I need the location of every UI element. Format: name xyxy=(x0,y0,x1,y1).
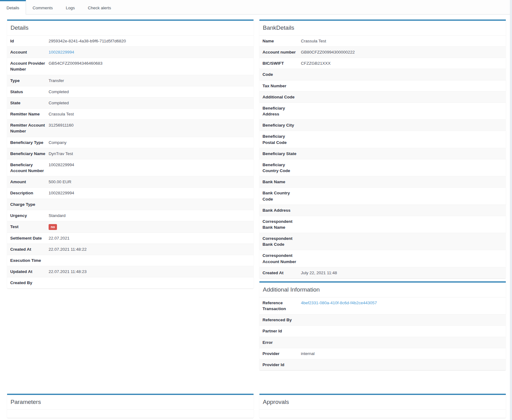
value-created-by xyxy=(49,280,250,286)
row-beneficiary-city: Beneficiary City xyxy=(259,119,506,131)
value-created-at: July 22, 2021 11:48 xyxy=(301,270,503,276)
value-name: Crassula Test xyxy=(301,38,503,44)
value-reference-transaction: 4bef2331-080a-410f-8c6d-f4b2ce443057 xyxy=(301,300,503,312)
label-charge-type: Charge Type xyxy=(10,201,49,207)
value-bank-address xyxy=(301,207,503,213)
value-updated-at: 22.07.2021 11:48:23 xyxy=(49,269,250,275)
row-beneficiary-name: Beneficiary NameDynTrav Test xyxy=(7,148,254,159)
tab-comments[interactable]: Comments xyxy=(26,0,59,14)
row-bank-country-code: Bank Country Code xyxy=(259,187,506,204)
row-reference-transaction: Reference Transaction4bef2331-080a-410f-… xyxy=(259,297,506,314)
row-beneficiary-state: Beneficiary State xyxy=(259,148,506,159)
row-provider: Providerinternal xyxy=(259,348,506,359)
value-account-number: GB80CFZZ00994300000222 xyxy=(301,49,503,55)
row-partner-id: Partner Id xyxy=(259,325,506,336)
row-type: TypeTransfer xyxy=(7,75,254,86)
row-account-number: Account numberGB80CFZZ00994300000222 xyxy=(259,46,506,58)
parameters-panel: Parameters xyxy=(7,394,254,418)
tab-logs[interactable]: Logs xyxy=(59,0,81,14)
row-remitter-account-number: Remitter Account Number31256911160 xyxy=(7,119,254,136)
value-tax-number xyxy=(301,83,503,89)
tab-content: Details Id2959342e-8241-4a38-b9f6-711d5f… xyxy=(0,15,512,420)
row-urgency: UrgencyStandard xyxy=(7,210,254,221)
row-correspondent-account-number: Correspondent Account Number xyxy=(259,250,506,267)
value-beneficiary-state xyxy=(301,151,503,157)
label-beneficiary-city: Beneficiary City xyxy=(263,122,301,128)
row-created-at: Created At22.07.2021 11:48:22 xyxy=(7,244,254,255)
row-created-at: Created AtJuly 22, 2021 11:48 xyxy=(259,267,506,278)
value-beneficiary-type: Company xyxy=(49,140,250,145)
label-provider: Provider xyxy=(263,351,301,357)
details-panel-title: Details xyxy=(7,21,254,35)
row-bic-swift: BIC/SWIFTCFZZGB21XXX xyxy=(259,58,506,69)
label-reference-transaction: Reference Transaction xyxy=(263,300,301,312)
value-description: 10028229994 xyxy=(49,190,250,196)
label-bank-name: Bank Name xyxy=(263,179,301,185)
value-provider: internal xyxy=(301,351,503,357)
row-beneficiary-address: Beneficiary Address xyxy=(259,102,506,119)
label-created-at: Created At xyxy=(10,246,49,252)
label-tax-number: Tax Number xyxy=(263,83,301,89)
row-correspondent-bank-code: Correspondent Bank Code xyxy=(259,233,506,250)
row-additional-code: Additional Code xyxy=(259,91,506,102)
test-badge: no xyxy=(49,224,57,230)
approvals-panel: Approvals xyxy=(259,394,506,418)
value-beneficiary-postal-code xyxy=(301,133,503,145)
row-bank-address: Bank Address xyxy=(259,205,506,216)
label-bic-swift: BIC/SWIFT xyxy=(263,60,301,66)
label-correspondent-account-number: Correspondent Account Number xyxy=(263,253,301,264)
label-referenced-by: Referenced By xyxy=(263,317,301,323)
row-bank-name: Bank Name xyxy=(259,176,506,187)
row-beneficiary-type: Beneficiary TypeCompany xyxy=(7,137,254,148)
value-settlement-date: 22.07.2021 xyxy=(49,235,250,241)
details-rows: Id2959342e-8241-4a38-b9f6-711d5f7d6820Ac… xyxy=(7,35,254,288)
details-panel: Details Id2959342e-8241-4a38-b9f6-711d5f… xyxy=(7,19,254,288)
label-beneficiary-name: Beneficiary Name xyxy=(10,151,49,157)
additional-information-panel: Additional Information Reference Transac… xyxy=(259,281,506,370)
row-name: NameCrassula Test xyxy=(259,35,506,46)
label-description: Description xyxy=(10,190,49,196)
label-beneficiary-postal-code: Beneficiary Postal Code xyxy=(263,133,301,145)
label-account-provider-number: Account Provider Number xyxy=(10,60,49,72)
value-beneficiary-address xyxy=(301,105,503,117)
reference-transaction-link[interactable]: 4bef2331-080a-410f-8c6d-f4b2ce443057 xyxy=(301,301,377,305)
label-urgency: Urgency xyxy=(10,213,49,219)
row-beneficiary-account-number: Beneficiary Account Number10028229994 xyxy=(7,159,254,176)
label-correspondent-bank-code: Correspondent Bank Code xyxy=(263,236,301,247)
bank-details-panel: BankDetails NameCrassula TestAccount num… xyxy=(259,19,506,278)
vertical-scrollbar[interactable] xyxy=(510,0,512,420)
label-id: Id xyxy=(10,38,49,44)
value-correspondent-bank-name xyxy=(301,219,503,230)
row-state: StateCompleted xyxy=(7,97,254,108)
row-provider-id: Provider Id xyxy=(259,359,506,370)
value-partner-id xyxy=(301,328,503,334)
label-beneficiary-type: Beneficiary Type xyxy=(10,140,49,145)
label-updated-at: Updated At xyxy=(10,269,49,275)
value-id: 2959342e-8241-4a38-b9f6-711d5f7d6820 xyxy=(49,38,250,44)
value-account-provider-number: GB54CFZZ00994346460683 xyxy=(49,60,250,72)
value-urgency: Standard xyxy=(49,213,250,219)
label-execution-time: Execution Time xyxy=(10,258,49,263)
tab-details[interactable]: Details xyxy=(0,0,26,15)
row-test: Testno xyxy=(7,221,254,232)
row-error: Error xyxy=(259,337,506,348)
row-remitter-name: Remitter NameCrassula Test xyxy=(7,108,254,119)
value-state: Completed xyxy=(49,100,250,106)
value-account: 10028229994 xyxy=(49,49,250,55)
label-code: Code xyxy=(263,71,301,77)
value-bank-country-code xyxy=(301,190,503,202)
value-amount: 500.00 EUR xyxy=(49,179,250,185)
row-execution-time: Execution Time xyxy=(7,255,254,266)
tab-check-alerts[interactable]: Check alerts xyxy=(81,0,118,14)
row-id: Id2959342e-8241-4a38-b9f6-711d5f7d6820 xyxy=(7,35,254,46)
label-beneficiary-account-number: Beneficiary Account Number xyxy=(10,162,49,174)
row-account-provider-number: Account Provider NumberGB54CFZZ009943464… xyxy=(7,58,254,75)
label-provider-id: Provider Id xyxy=(263,362,301,368)
value-error xyxy=(301,340,503,345)
parameters-empty-row xyxy=(7,409,254,418)
label-partner-id: Partner Id xyxy=(263,328,301,334)
row-referenced-by: Referenced By xyxy=(259,314,506,325)
row-status: StatusCompleted xyxy=(7,86,254,97)
account-link[interactable]: 10028229994 xyxy=(49,50,74,54)
approvals-empty-row xyxy=(259,409,506,418)
